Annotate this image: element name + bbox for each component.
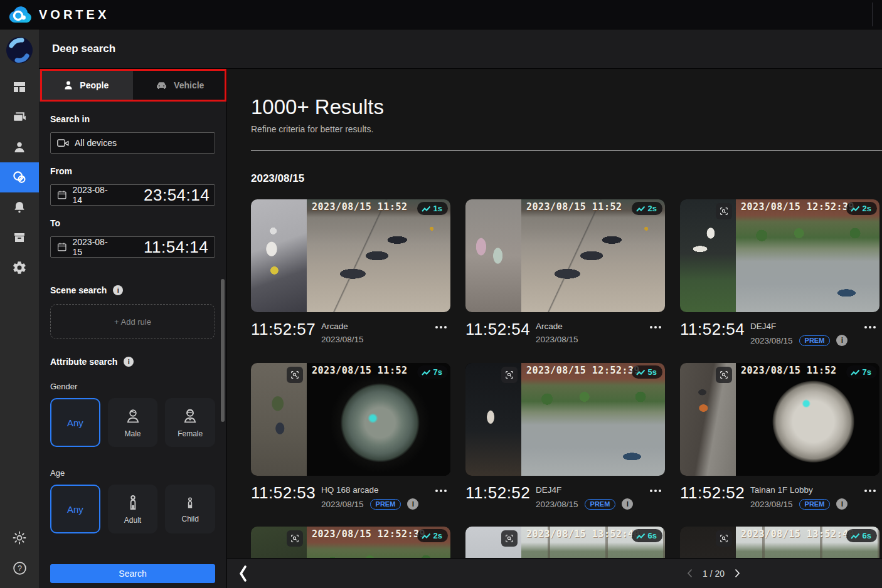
more-menu-icon[interactable] <box>864 320 879 328</box>
from-datetime-field[interactable]: 2023-08-14 23:54:14 <box>50 184 215 206</box>
vortex-avatar[interactable] <box>6 37 33 63</box>
results-count: 1000+ Results <box>251 95 882 119</box>
people-icon <box>12 140 27 155</box>
focus-zoom-icon[interactable] <box>716 530 732 547</box>
from-date[interactable]: 2023-08-14 <box>57 185 116 205</box>
more-menu-icon[interactable] <box>650 320 665 328</box>
more-menu-icon[interactable] <box>864 483 879 492</box>
gender-any-label: Any <box>67 417 83 428</box>
gender-option-female[interactable]: Female <box>165 398 215 447</box>
search-button[interactable]: Search <box>50 564 215 583</box>
result-card-info: 11:52:52 Tainan 1F Lobby 2023/08/15 PREM… <box>680 476 879 510</box>
result-card-media[interactable]: 2023/08/15 11:52 2s <box>465 199 665 312</box>
sidebar-item-people[interactable] <box>0 132 39 162</box>
device-selector[interactable]: All devices <box>50 132 215 154</box>
age-adult-label: Adult <box>124 516 141 525</box>
trending-icon <box>422 205 431 213</box>
result-card-media[interactable]: 2023/08/15 11:52 1s <box>251 199 450 312</box>
focus-zoom-icon[interactable] <box>287 367 303 383</box>
sidebar-item-brightness[interactable] <box>0 523 39 553</box>
sidebar-item-dashboard[interactable] <box>0 72 39 102</box>
calendar-icon <box>57 190 67 200</box>
attribute-search-info-icon[interactable]: i <box>124 357 134 367</box>
female-icon <box>181 407 199 426</box>
sidebar-item-deep-search[interactable] <box>0 162 39 192</box>
sidebar-item-help[interactable]: ? <box>0 553 39 583</box>
result-card: 2023/08/15 11:52 7s 11:52:53 HQ 168 arca… <box>251 363 450 527</box>
to-date[interactable]: 2023-08-15 <box>57 237 116 257</box>
sidebar-item-archive[interactable] <box>0 223 39 253</box>
page-indicator: 1 / 20 <box>703 569 725 579</box>
page-title: Deep search <box>52 43 115 55</box>
age-option-adult[interactable]: Adult <box>108 485 158 533</box>
to-datetime-field[interactable]: 2023-08-15 11:54:14 <box>50 236 215 258</box>
date-group-header: 2023/08/15 <box>251 172 882 185</box>
prem-badge[interactable]: PREM <box>799 335 831 346</box>
info-icon[interactable]: i <box>622 498 633 510</box>
result-card-media[interactable]: 2023/08/15 12:52:39 5s <box>465 363 665 476</box>
from-time[interactable]: 23:54:14 <box>138 186 208 205</box>
camera-view: 2023/08/15 11:52 <box>736 363 879 476</box>
focus-zoom-icon[interactable] <box>716 367 732 383</box>
attribute-search-header: Attribute search i <box>50 357 215 367</box>
to-time[interactable]: 11:54:14 <box>138 238 208 257</box>
prem-badge[interactable]: PREM <box>370 499 401 510</box>
detection-time: 11:52:54 <box>680 320 750 339</box>
age-label: Age <box>50 468 215 478</box>
collapse-panel-button[interactable] <box>238 565 247 582</box>
person-icon <box>63 80 74 91</box>
more-menu-icon[interactable] <box>650 483 665 492</box>
detection-date: 2023/08/15 <box>536 335 578 344</box>
detection-date: 2023/08/15 <box>321 500 364 509</box>
focus-zoom-icon[interactable] <box>716 203 732 219</box>
gender-option-any[interactable]: Any <box>50 398 100 447</box>
focus-zoom-icon[interactable] <box>287 530 303 547</box>
focus-zoom-icon[interactable] <box>501 530 518 547</box>
panel-scrollbar[interactable] <box>221 279 225 422</box>
to-label: To <box>50 218 215 228</box>
camera-name: Arcade <box>536 322 563 331</box>
info-icon[interactable]: i <box>407 498 418 510</box>
age-option-child[interactable]: Child <box>165 485 215 533</box>
search-panel: People Vehicle Search in <box>39 69 227 588</box>
search-form: Search in All devices From <box>39 102 226 558</box>
sidebar-item-cameras[interactable] <box>0 102 39 132</box>
gender-option-male[interactable]: Male <box>108 398 158 447</box>
result-card: 2023/08/15 12:52:39 5s 11:52:52 DEJ4F 20… <box>465 363 665 527</box>
tab-vehicle[interactable]: Vehicle <box>133 69 227 102</box>
results-area: 1000+ Results Refine criteria for better… <box>227 69 882 588</box>
scene-search-label: Scene search <box>50 285 107 295</box>
clip-duration: 6s <box>863 531 871 540</box>
info-icon[interactable]: i <box>836 498 847 510</box>
clip-duration-badge: 1s <box>417 202 448 215</box>
camera-view: 2023/08/15 11:52 <box>521 199 665 312</box>
more-menu-icon[interactable] <box>435 483 450 492</box>
result-card-media[interactable]: 2023/08/15 12:52:39 2s <box>680 199 879 312</box>
prem-badge[interactable]: PREM <box>799 499 831 510</box>
result-card-media[interactable]: 2023/08/15 11:52 7s <box>680 363 879 476</box>
more-menu-icon[interactable] <box>435 320 450 328</box>
dashboard-icon <box>12 80 27 95</box>
result-card: 2023/08/15 11:52 1s 11:52:57 Arcade 2023… <box>251 199 450 363</box>
sidebar-item-settings[interactable] <box>0 253 39 283</box>
result-card-info: 11:52:57 Arcade 2023/08/15 <box>251 312 450 344</box>
to-date-value: 2023-08-15 <box>73 237 116 257</box>
focus-zoom-icon[interactable] <box>501 367 518 383</box>
detection-time: 11:52:52 <box>680 483 750 503</box>
clip-duration: 5s <box>648 367 657 377</box>
camera-block: DEJ4F 2023/08/15 PREM i <box>750 320 864 346</box>
page-next-button[interactable] <box>735 569 740 578</box>
page-prev-button[interactable] <box>687 569 693 578</box>
clip-duration: 2s <box>433 531 442 540</box>
info-icon[interactable]: i <box>836 335 847 346</box>
to-time-value: 11:54:14 <box>144 238 208 257</box>
camera-block: HQ 168 arcade 2023/08/15 PREM i <box>321 483 435 510</box>
sidebar-item-notifications[interactable] <box>0 192 39 223</box>
result-card-media[interactable]: 2023/08/15 11:52 7s <box>251 363 450 476</box>
camera-name: Tainan 1F Lobby <box>750 485 813 495</box>
age-option-any[interactable]: Any <box>50 485 100 533</box>
tab-people[interactable]: People <box>39 69 133 102</box>
add-rule-button[interactable]: + Add rule <box>50 304 215 339</box>
scene-search-info-icon[interactable]: i <box>113 285 123 295</box>
prem-badge[interactable]: PREM <box>585 499 616 510</box>
